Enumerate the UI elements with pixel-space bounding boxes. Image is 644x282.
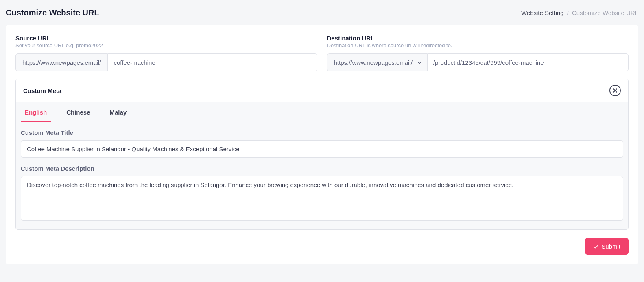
main-card: Source URL Set your source URL e.g. prom…	[6, 25, 638, 264]
destination-url-label: Destination URL	[327, 35, 629, 42]
breadcrumb-separator: /	[567, 9, 569, 16]
page-title: Customize Website URL	[6, 8, 99, 18]
language-tabs: English Chinese Malay	[16, 102, 628, 122]
tab-chinese[interactable]: Chinese	[62, 102, 94, 122]
meta-description-label: Custom Meta Description	[21, 165, 623, 172]
tab-english[interactable]: English	[21, 102, 51, 122]
submit-button[interactable]: Submit	[585, 238, 629, 255]
destination-url-prefix-select[interactable]: https://www.newpages.email/	[327, 53, 427, 71]
source-url-label: Source URL	[15, 35, 317, 42]
check-icon	[593, 244, 599, 249]
breadcrumb: Website Setting / Customize Website URL	[521, 9, 638, 16]
source-url-input[interactable]	[107, 53, 317, 71]
meta-title-label: Custom Meta Title	[21, 129, 623, 136]
source-url-helper: Set your source URL e.g. promo2022	[15, 42, 317, 48]
breadcrumb-current: Customize Website URL	[572, 9, 638, 16]
source-url-prefix: https://www.newpages.email/	[15, 53, 107, 71]
close-icon	[613, 88, 618, 93]
source-url-section: Source URL Set your source URL e.g. prom…	[15, 35, 317, 71]
page-header: Customize Website URL Website Setting / …	[6, 8, 638, 18]
chevron-down-icon	[417, 59, 422, 65]
submit-button-label: Submit	[601, 243, 620, 250]
tab-malay[interactable]: Malay	[106, 102, 131, 122]
custom-meta-panel: Custom Meta English Chinese Malay Custom…	[15, 79, 629, 230]
destination-url-helper: Destination URL is where source url will…	[327, 42, 629, 48]
meta-title-input[interactable]	[21, 140, 623, 158]
meta-description-input[interactable]	[21, 176, 623, 221]
destination-url-prefix-text: https://www.newpages.email/	[334, 59, 413, 66]
destination-url-input[interactable]	[427, 53, 629, 71]
breadcrumb-parent[interactable]: Website Setting	[521, 9, 564, 16]
close-meta-button[interactable]	[609, 85, 621, 96]
custom-meta-title: Custom Meta	[23, 87, 61, 94]
destination-url-section: Destination URL Destination URL is where…	[327, 35, 629, 71]
